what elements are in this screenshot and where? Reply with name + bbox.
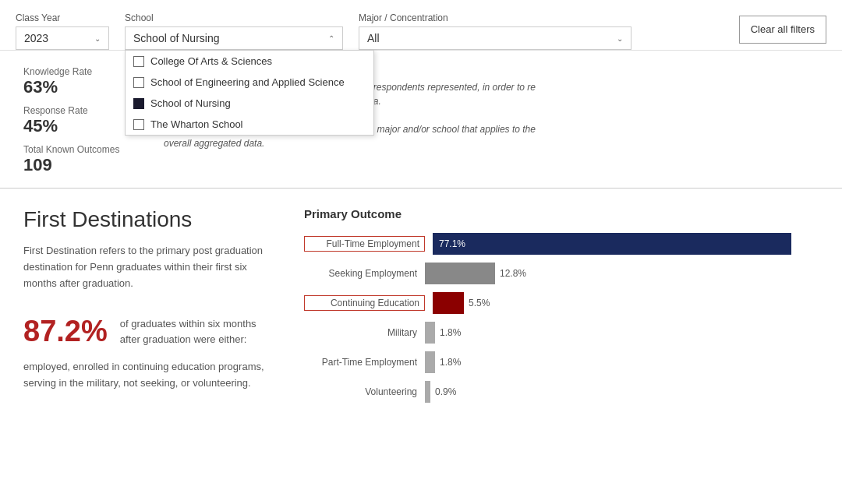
checkbox-arts <box>133 56 144 67</box>
destinations-title: First Destinations <box>23 207 273 232</box>
chart-section: Primary Outcome Full-Time Employment77.1… <box>304 207 826 411</box>
total-known-label: Total Known Outcomes <box>23 144 164 155</box>
chevron-down-icon: ⌄ <box>617 34 623 43</box>
bar-label: Full-Time Employment <box>304 236 425 252</box>
school-option-engineering-label: School of Engineering and Applied Scienc… <box>150 76 345 88</box>
bar-row: Seeking Employment12.8% <box>304 263 826 284</box>
class-year-select[interactable]: 2023 ⌄ <box>16 26 109 50</box>
bar-fill <box>425 263 495 284</box>
school-option-nursing[interactable]: School of Nursing <box>126 93 373 114</box>
bar-label: Continuing Education <box>304 295 425 311</box>
class-year-value: 2023 <box>24 32 48 44</box>
school-select[interactable]: School of Nursing ⌃ <box>125 26 343 50</box>
total-known-value: 109 <box>23 155 164 175</box>
checkbox-wharton <box>133 119 144 130</box>
bar-value: 77.1% <box>439 238 465 249</box>
school-label: School <box>125 12 343 23</box>
chevron-down-icon: ⌄ <box>94 34 101 43</box>
first-destinations-section: First Destinations First Destination ref… <box>0 189 842 426</box>
school-dropdown-menu: College Of Arts & Sciences School of Eng… <box>125 50 374 136</box>
bar-fill <box>433 292 464 314</box>
bar-row: Military1.8% <box>304 322 826 344</box>
filter-bar: Class Year 2023 ⌄ School School of Nursi… <box>0 0 842 51</box>
bar-fill <box>425 351 435 373</box>
bar-label: Military <box>304 327 425 338</box>
bar-fill: 77.1% <box>433 233 791 255</box>
major-value: All <box>367 32 380 44</box>
chart-title: Primary Outcome <box>304 207 826 220</box>
school-option-nursing-label: School of Nursing <box>150 97 231 109</box>
bar-fill <box>425 322 435 344</box>
bar-container: 1.8% <box>425 322 826 344</box>
destinations-description: First Destination refers to the primary … <box>23 243 273 291</box>
highlight-note: employed, enrolled in continuing educati… <box>23 359 273 392</box>
major-label: Major / Concentration <box>359 12 632 23</box>
bar-row: Volunteering0.9% <box>304 381 826 403</box>
bar-container: 1.8% <box>425 351 826 373</box>
school-option-arts[interactable]: College Of Arts & Sciences <box>126 51 373 72</box>
checkbox-engineering <box>133 77 144 88</box>
school-option-wharton[interactable]: The Wharton School <box>126 114 373 135</box>
bar-container: 12.8% <box>425 263 826 284</box>
bar-row: Full-Time Employment77.1% <box>304 233 826 255</box>
school-filter: School School of Nursing ⌃ College Of Ar… <box>125 12 343 50</box>
checkbox-nursing <box>133 98 144 109</box>
school-option-arts-label: College Of Arts & Sciences <box>150 55 272 67</box>
bar-label: Volunteering <box>304 386 425 397</box>
school-value: School of Nursing <box>133 32 220 44</box>
bar-row: Continuing Education5.5% <box>304 292 826 314</box>
bar-value: 1.8% <box>440 357 461 368</box>
highlight-stat: 87.2% of graduates within six months aft… <box>23 315 273 348</box>
bar-row: Part-Time Employment1.8% <box>304 351 826 373</box>
bar-container: 0.9% <box>425 381 826 403</box>
highlight-percentage: 87.2% <box>23 315 108 348</box>
major-filter: Major / Concentration All ⌄ <box>359 12 632 50</box>
destinations-left-panel: First Destinations First Destination ref… <box>23 207 273 411</box>
bar-fill <box>425 381 430 403</box>
school-option-wharton-label: The Wharton School <box>150 118 243 130</box>
highlight-description: of graduates within six months after gra… <box>120 316 273 347</box>
chevron-up-icon: ⌃ <box>328 34 334 43</box>
class-year-filter: Class Year 2023 ⌄ <box>16 12 109 50</box>
clear-filters-button[interactable]: Clear all filters <box>739 16 826 44</box>
bar-chart: Full-Time Employment77.1%Seeking Employm… <box>304 233 826 403</box>
bar-container: 5.5% <box>433 292 826 314</box>
major-select[interactable]: All ⌄ <box>359 26 632 50</box>
class-year-label: Class Year <box>16 12 109 23</box>
bar-value: 1.8% <box>440 327 461 338</box>
total-known-stat: Total Known Outcomes 109 <box>23 144 164 175</box>
school-option-engineering[interactable]: School of Engineering and Applied Scienc… <box>126 72 373 93</box>
bar-value: 0.9% <box>435 386 456 397</box>
bar-value: 12.8% <box>500 268 526 279</box>
bar-container: 77.1% <box>433 233 826 255</box>
bar-label: Seeking Employment <box>304 268 425 279</box>
bar-value: 5.5% <box>469 298 490 308</box>
bar-label: Part-Time Employment <box>304 357 425 368</box>
